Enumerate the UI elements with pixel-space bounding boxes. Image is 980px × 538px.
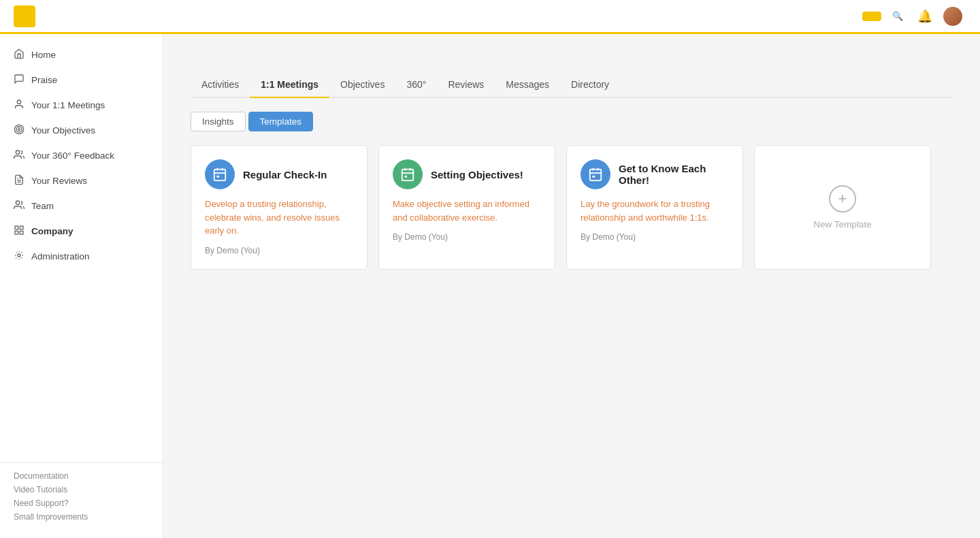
top-tab-messages[interactable]: Messages — [495, 72, 560, 98]
svg-point-0 — [17, 100, 20, 104]
footer-link-support[interactable]: Need Support? — [14, 499, 149, 508]
card-desc-regular-checkin: Develop a trusting relationship, celebra… — [205, 197, 353, 238]
cards-grid: Regular Check-In Develop a trusting rela… — [191, 145, 953, 270]
header: 🔍 🔔 — [0, 0, 980, 34]
new-template-card[interactable]: + New Template — [754, 145, 931, 270]
main-content: Activities1:1 MeetingsObjectives360°Revi… — [163, 34, 980, 538]
feedback-icon — [14, 149, 24, 162]
svg-rect-22 — [404, 176, 407, 178]
layout: Home Praise Your 1:1 Meetings Your Objec… — [0, 34, 980, 538]
sidebar-item-praise[interactable]: Praise — [0, 67, 163, 93]
card-author-regular-checkin: By Demo (You) — [205, 246, 353, 255]
template-card-setting-objectives[interactable]: Setting Objectives! Make objective setti… — [378, 145, 555, 270]
team-icon — [14, 200, 24, 212]
card-author-get-to-know: By Demo (You) — [581, 232, 729, 242]
praise-icon — [14, 74, 24, 86]
card-header: Regular Check-In — [205, 159, 353, 189]
sidebar-item-team[interactable]: Team — [0, 193, 163, 219]
sidebar-item-reviews[interactable]: Your Reviews — [0, 168, 163, 193]
top-tab-directory[interactable]: Directory — [560, 72, 620, 98]
footer-link-tutorials[interactable]: Video Tutorials — [14, 485, 149, 494]
top-tab-360[interactable]: 360° — [395, 72, 437, 98]
new-template-label: New Template — [813, 219, 871, 230]
sidebar-label-feedback: Your 360° Feedback — [31, 151, 114, 161]
sub-tab-insights[interactable]: Insights — [191, 112, 246, 131]
card-title-setting-objectives: Setting Objectives! — [431, 169, 523, 180]
search-icon: 🔍 — [892, 11, 903, 21]
sidebar-label-reviews: Your Reviews — [31, 176, 87, 186]
administration-icon — [14, 250, 24, 263]
footer-link-si[interactable]: Small Improvements — [14, 512, 149, 522]
card-title-get-to-know: Get to Know Each Other! — [619, 163, 729, 186]
svg-point-7 — [16, 201, 19, 204]
reviews-icon — [14, 174, 24, 187]
sidebar-label-praise: Praise — [31, 75, 57, 85]
card-header: Get to Know Each Other! — [581, 159, 729, 189]
objectives-icon — [14, 124, 24, 137]
create-button[interactable] — [862, 12, 881, 21]
sidebar-item-home[interactable]: Home — [0, 42, 163, 67]
svg-point-4 — [16, 151, 19, 154]
header-left — [14, 5, 41, 27]
sidebar-label-objectives: Your Objectives — [31, 125, 95, 136]
avatar — [943, 7, 962, 26]
card-icon-setting-objectives — [393, 159, 423, 189]
template-card-get-to-know[interactable]: Get to Know Each Other! Lay the groundwo… — [566, 145, 743, 270]
svg-rect-23 — [590, 170, 602, 180]
svg-rect-17 — [216, 176, 219, 178]
svg-point-12 — [18, 254, 20, 257]
home-icon — [14, 48, 24, 61]
template-card-regular-checkin[interactable]: Regular Check-In Develop a trusting rela… — [191, 145, 368, 270]
sidebar-label-team: Team — [31, 201, 54, 211]
svg-rect-27 — [592, 176, 595, 178]
top-tab-activities[interactable]: Activities — [191, 72, 250, 98]
sidebar-footer: Documentation Video Tutorials Need Suppo… — [0, 462, 163, 530]
sidebar-item-administration[interactable]: Administration — [0, 244, 163, 269]
company-icon — [14, 225, 24, 238]
sidebar-label-administration: Administration — [31, 251, 90, 262]
sidebar-label-home: Home — [31, 50, 56, 60]
svg-rect-8 — [15, 226, 18, 230]
footer-link-docs[interactable]: Documentation — [14, 471, 149, 481]
top-tabs: Activities1:1 MeetingsObjectives360°Revi… — [191, 72, 953, 98]
svg-rect-18 — [402, 170, 414, 180]
svg-point-3 — [18, 129, 20, 131]
top-tab-meetings[interactable]: 1:1 Meetings — [250, 72, 329, 98]
plus-icon: + — [829, 185, 856, 212]
sidebar-item-meetings[interactable]: Your 1:1 Meetings — [0, 93, 163, 118]
card-title-regular-checkin: Regular Check-In — [243, 169, 327, 180]
svg-rect-9 — [20, 226, 23, 230]
logo-box — [14, 5, 35, 27]
sidebar-label-company: Company — [31, 226, 74, 236]
meetings-icon — [14, 99, 24, 112]
card-icon-regular-checkin — [205, 159, 235, 189]
card-desc-setting-objectives: Make objective setting an informed and c… — [393, 197, 541, 224]
sub-tab-templates[interactable]: Templates — [248, 112, 314, 131]
card-icon-get-to-know — [581, 159, 610, 189]
card-header: Setting Objectives! — [393, 159, 541, 189]
sidebar-item-objectives[interactable]: Your Objectives — [0, 118, 163, 143]
notification-icon[interactable]: 🔔 — [917, 9, 932, 24]
sidebar-nav: Home Praise Your 1:1 Meetings Your Objec… — [0, 42, 163, 269]
user-area[interactable] — [943, 7, 966, 26]
sub-tabs: InsightsTemplates — [191, 112, 953, 131]
svg-rect-11 — [15, 231, 18, 234]
sidebar-item-company[interactable]: Company — [0, 219, 163, 244]
sidebar: Home Praise Your 1:1 Meetings Your Objec… — [0, 34, 163, 538]
top-tab-objectives[interactable]: Objectives — [329, 72, 395, 98]
header-right: 🔍 🔔 — [862, 7, 966, 26]
svg-point-2 — [16, 127, 22, 132]
top-tab-reviews[interactable]: Reviews — [437, 72, 495, 98]
sidebar-label-meetings: Your 1:1 Meetings — [31, 100, 105, 110]
svg-rect-13 — [214, 170, 226, 180]
sidebar-item-feedback[interactable]: Your 360° Feedback — [0, 143, 163, 168]
jump-to[interactable]: 🔍 — [892, 11, 906, 21]
card-desc-get-to-know: Lay the groundwork for a trusting relati… — [581, 197, 729, 224]
card-author-setting-objectives: By Demo (You) — [393, 232, 541, 242]
svg-rect-10 — [20, 231, 23, 234]
